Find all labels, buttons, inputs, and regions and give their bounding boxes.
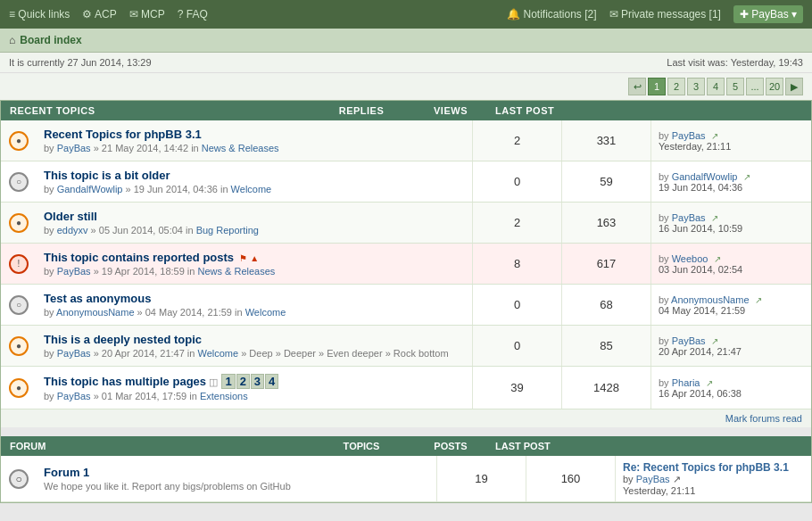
topic-main-cell: Older still by eddyxv » 05 Jun 2014, 05:… bbox=[37, 203, 472, 243]
topic-title-link[interactable]: Recent Topics for phpBB 3.1 bbox=[44, 128, 202, 141]
forum-posts-count: 160 bbox=[526, 456, 615, 501]
quick-links-menu[interactable]: ≡ Quick links bbox=[9, 8, 70, 21]
topic-forum-link[interactable]: Bug Reporting bbox=[196, 225, 259, 236]
forum-title-link[interactable]: Forum 1 bbox=[44, 466, 89, 479]
recent-topics-header: RECENT TOPICS REPLIES VIEWS LAST POST bbox=[1, 101, 811, 120]
mini-page-btn[interactable]: 4 bbox=[265, 374, 278, 389]
topic-main-cell: This topic is a bit older by GandalfWowl… bbox=[37, 161, 472, 202]
topic-icon-cell: ● bbox=[1, 326, 37, 366]
user-plus-icon: ✚ bbox=[740, 8, 749, 21]
board-index-link[interactable]: Board index bbox=[20, 34, 81, 46]
home-icon: ⌂ bbox=[9, 34, 15, 46]
topic-author-link[interactable]: AnonymousName bbox=[56, 307, 134, 318]
topic-lastpost-author-link[interactable]: GandalfWowlip bbox=[672, 171, 738, 182]
lastpost-arrow-icon: ↗ bbox=[706, 378, 713, 388]
topic-meta: by PayBas » 19 Apr 2014, 18:59 in News &… bbox=[44, 266, 465, 277]
topic-mini-pagination: 1234 bbox=[221, 374, 278, 389]
mini-page-btn[interactable]: 2 bbox=[236, 374, 250, 389]
topic-row: ! This topic contains reported posts ⚑ ▲… bbox=[1, 244, 811, 285]
topic-author-link[interactable]: PayBas bbox=[57, 348, 91, 359]
mini-page-btn[interactable]: 3 bbox=[251, 374, 264, 389]
topic-forum-link[interactable]: Extensions bbox=[200, 391, 248, 401]
pagination-page-3[interactable]: 3 bbox=[687, 78, 705, 95]
lastpost-arrow-icon: ↗ bbox=[714, 254, 721, 264]
notifications-link[interactable]: 🔔 Notifications [2] bbox=[507, 8, 596, 21]
pagination-page-2[interactable]: 2 bbox=[667, 78, 685, 95]
topic-forum-link[interactable]: Welcome bbox=[197, 348, 238, 359]
topic-forum-link[interactable]: Welcome bbox=[245, 307, 286, 318]
topic-replies: 0 bbox=[472, 285, 561, 325]
topic-title-link[interactable]: This topic has multiple pages bbox=[44, 375, 206, 388]
topic-title: Recent Topics for phpBB 3.1 bbox=[44, 128, 465, 141]
topic-lastpost-date: 03 Jun 2014, 02:54 bbox=[659, 264, 742, 275]
topic-meta: by AnonymousName » 04 May 2014, 21:59 in… bbox=[44, 307, 465, 318]
topic-author-link[interactable]: eddyxv bbox=[57, 225, 88, 236]
topic-lastpost-author-link[interactable]: AnonymousName bbox=[671, 294, 749, 305]
topics-list: ● Recent Topics for phpBB 3.1 by PayBas … bbox=[1, 120, 811, 409]
topic-lastpost-author-link[interactable]: Pharia bbox=[672, 377, 700, 388]
topic-meta: by PayBas » 01 Mar 2014, 17:59 in Extens… bbox=[44, 391, 465, 401]
topic-status-icon: ○ bbox=[9, 172, 29, 192]
topic-meta: by GandalfWowlip » 19 Jun 2014, 04:36 in… bbox=[44, 184, 465, 194]
topic-title-link[interactable]: Test as anonymous bbox=[44, 292, 151, 305]
pagination-next-button[interactable]: ▶ bbox=[785, 78, 803, 95]
forum-lastpost-author-link[interactable]: PayBas bbox=[636, 474, 670, 484]
topic-lastpost-author-link[interactable]: PayBas bbox=[672, 130, 706, 141]
topic-main-cell: This topic has multiple pages ◫1234 by P… bbox=[37, 367, 472, 409]
topic-main-cell: Test as anonymous by AnonymousName » 04 … bbox=[37, 285, 472, 325]
topic-title-link[interactable]: Older still bbox=[44, 210, 97, 223]
topic-lastpost-author-link[interactable]: Weeboo bbox=[672, 253, 708, 264]
topic-title-link[interactable]: This topic contains reported posts bbox=[44, 251, 234, 264]
topic-forum-extra: » Deep » Deeper » Even deeper » Rock bot… bbox=[238, 348, 448, 359]
topic-forum-link[interactable]: News & Releases bbox=[197, 266, 275, 277]
pagination-page-1[interactable]: 1 bbox=[648, 78, 666, 95]
bell-icon: 🔔 bbox=[507, 8, 520, 21]
pagination-page-20[interactable]: 20 bbox=[766, 78, 783, 95]
topic-replies: 0 bbox=[472, 326, 561, 366]
topic-lastpost: by Pharia ↗ 16 Apr 2014, 06:38 bbox=[650, 367, 811, 409]
topic-main-cell: This is a deeply nested topic by PayBas … bbox=[37, 326, 472, 366]
mcp-link[interactable]: ✉ MCP bbox=[129, 8, 165, 21]
topic-author-link[interactable]: PayBas bbox=[57, 391, 91, 401]
private-messages-link[interactable]: ✉ Private messages [1] bbox=[609, 8, 721, 21]
topic-icon-cell: ○ bbox=[1, 285, 37, 325]
faq-link[interactable]: ? FAQ bbox=[178, 8, 208, 21]
lastpost-arrow-icon: ↗ bbox=[711, 213, 718, 223]
topic-forum-link[interactable]: News & Releases bbox=[202, 143, 279, 153]
topic-lastpost-date: 20 Apr 2014, 21:47 bbox=[659, 346, 742, 357]
topic-icon-cell: ● bbox=[1, 120, 37, 161]
pagination-page-5[interactable]: 5 bbox=[726, 78, 744, 95]
forum-title: Forum 1 bbox=[44, 466, 429, 479]
topic-status-icon: ○ bbox=[9, 295, 29, 315]
envelope-icon: ✉ bbox=[609, 8, 618, 21]
acp-link[interactable]: ⚙ ACP bbox=[82, 8, 116, 21]
lastpost-arrow-icon: ↗ bbox=[673, 474, 681, 484]
user-badge[interactable]: ✚ PayBas ▾ bbox=[733, 5, 803, 23]
mini-page-btn[interactable]: 1 bbox=[221, 374, 235, 389]
topic-lastpost-author-link[interactable]: PayBas bbox=[672, 212, 706, 223]
topic-title-link[interactable]: This is a deeply nested topic bbox=[44, 333, 202, 346]
topic-lastpost-author-link[interactable]: PayBas bbox=[672, 335, 706, 346]
top-nav-left: ≡ Quick links ⚙ ACP ✉ MCP ? FAQ bbox=[9, 8, 208, 21]
pagination-return-button[interactable]: ↩ bbox=[628, 78, 646, 95]
topic-author-link[interactable]: PayBas bbox=[57, 143, 91, 153]
mcp-icon: ✉ bbox=[129, 8, 138, 21]
pagination-page-4[interactable]: 4 bbox=[707, 78, 725, 95]
topic-author-link[interactable]: GandalfWowlip bbox=[57, 184, 123, 194]
forum-lastpost-title-link[interactable]: Re: Recent Topics for phpBB 3.1 bbox=[623, 461, 789, 474]
topic-row: ○ This topic is a bit older by GandalfWo… bbox=[1, 161, 811, 203]
topic-title: Older still bbox=[44, 210, 465, 223]
topic-forum-link[interactable]: Welcome bbox=[231, 184, 272, 194]
reported-flag: ⚑ ▲ bbox=[239, 253, 259, 263]
topic-title-link[interactable]: This topic is a bit older bbox=[44, 169, 170, 182]
topic-row: ● Recent Topics for phpBB 3.1 by PayBas … bbox=[1, 120, 811, 161]
current-time: It is currently 27 Jun 2014, 13:29 bbox=[9, 57, 152, 68]
topic-status-icon: ! bbox=[9, 254, 29, 274]
topic-lastpost: by GandalfWowlip ↗ 19 Jun 2014, 04:36 bbox=[650, 161, 811, 202]
topic-author-link[interactable]: PayBas bbox=[57, 266, 91, 277]
pagination-bar: ↩ 1 2 3 4 5 ... 20 ▶ bbox=[0, 73, 812, 100]
topic-status-icon: ● bbox=[9, 213, 29, 233]
topic-row: ● Older still by eddyxv » 05 Jun 2014, 0… bbox=[1, 203, 811, 244]
mark-forums-read-link[interactable]: Mark forums read bbox=[725, 413, 802, 424]
forum-row: ○ Forum 1 We hope you like it. Report an… bbox=[1, 456, 811, 502]
